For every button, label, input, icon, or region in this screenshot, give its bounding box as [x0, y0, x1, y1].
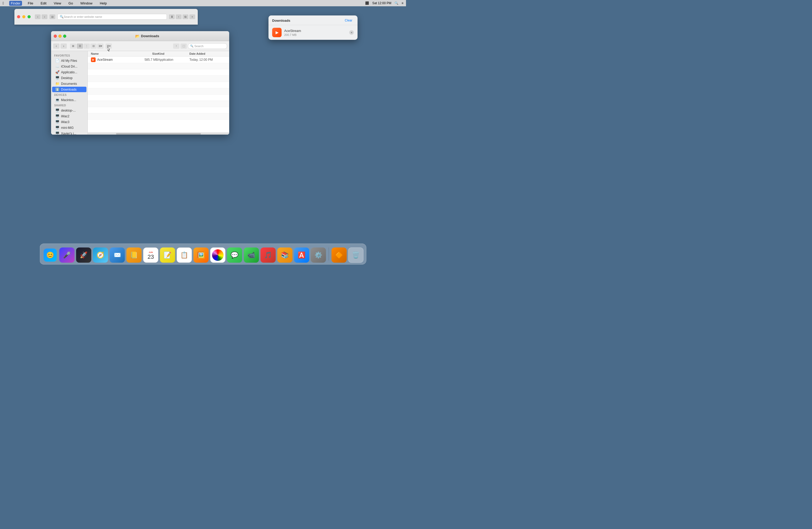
sidebar-item-all-files-label: All My Files: [61, 59, 77, 63]
menubar-help[interactable]: Help: [98, 1, 108, 6]
sidebar-item-xavier[interactable]: 🖥️ Xavier's i...: [52, 131, 86, 135]
browser-add-button[interactable]: +: [189, 14, 195, 19]
dock-item-mail[interactable]: ✉️: [110, 248, 125, 263]
finder-scrollbar-thumb[interactable]: [116, 133, 201, 135]
imac2-icon: 🖥️: [55, 114, 59, 118]
finder-gallery-view-button[interactable]: ⊟: [90, 43, 97, 49]
dock-item-contacts[interactable]: 📒: [127, 248, 142, 263]
dock-item-photos[interactable]: [210, 248, 226, 263]
sidebar-item-all-files[interactable]: 📄 All My Files: [52, 58, 86, 63]
finder-list-view-button[interactable]: ☰: [77, 43, 83, 49]
sidebar-item-desktop-shared[interactable]: 🖥️ desktop-...: [52, 108, 86, 113]
finder-scrollbar[interactable]: [88, 133, 229, 135]
dock-item-books[interactable]: 📚: [277, 248, 293, 263]
dock-item-systemprefs[interactable]: ⚙️: [311, 248, 326, 263]
dock-item-siri[interactable]: 🎤: [59, 248, 75, 263]
finder-column-view-button[interactable]: ⋮: [84, 43, 90, 49]
sidebar-item-xavier-label: Xavier's i...: [61, 132, 76, 135]
sidebar-item-desktop-shared-label: desktop-...: [61, 109, 76, 112]
finder-search-bar[interactable]: 🔍 Search: [188, 43, 227, 49]
menubar-finder[interactable]: Finder: [9, 1, 22, 6]
dock-item-safari[interactable]: 🧭: [93, 248, 108, 263]
finder-maximize-button[interactable]: [63, 34, 66, 38]
dock-item-vlc[interactable]: 🔶: [332, 248, 347, 263]
browser-minimize-button[interactable]: [22, 15, 25, 18]
col-size: Size: [132, 52, 158, 55]
downloads-item-reveal-button[interactable]: ✕: [349, 30, 354, 35]
sidebar-item-macintosh-label: Macintos...: [61, 98, 76, 102]
finder-sidebar: Favorites 📄 All My Files ☁️ iCloud Dri..…: [51, 51, 88, 135]
sidebar-item-applications[interactable]: 🚀 Applicatio...: [52, 69, 86, 75]
dock-item-facetime[interactable]: 📹: [244, 248, 259, 263]
acestream-file-icon: ▶: [91, 57, 96, 62]
browser-url-bar[interactable]: 🔍 Search or enter website name: [57, 14, 167, 20]
finder-minimize-button[interactable]: [58, 34, 61, 38]
table-row-empty-9: [88, 113, 229, 120]
dock-item-launchpad[interactable]: 🚀: [76, 248, 91, 263]
browser-back-button[interactable]: ‹: [35, 14, 41, 19]
menubar-window[interactable]: Window: [79, 1, 94, 6]
dock-item-finder[interactable]: 😊: [43, 248, 58, 263]
finder-icon-view-button[interactable]: ⊞: [70, 43, 76, 49]
menubar-controls-icon[interactable]: ≡: [402, 1, 403, 5]
sidebar-item-imac2[interactable]: 🖥️ iMac2: [52, 113, 86, 119]
sidebar-item-imac3-label: iMac3: [61, 120, 69, 124]
browser-forward-button[interactable]: ›: [42, 14, 47, 19]
file-name: ▶ AceStream: [91, 57, 132, 62]
browser-close-button[interactable]: [17, 15, 20, 18]
menubar-search-icon[interactable]: 🔍: [394, 1, 398, 5]
finder-back-button[interactable]: ‹: [53, 43, 59, 49]
documents-icon: 📁: [55, 82, 59, 86]
finder-settings-button[interactable]: ⚙▾: [105, 43, 112, 49]
menubar-time: Sat 12:00 PM: [372, 1, 391, 5]
browser-share-button[interactable]: ↑: [176, 14, 182, 19]
menubar-view[interactable]: View: [52, 1, 62, 6]
finder-toolbar: ‹ › ⊞ ☰ ⋮ ⊟ ⊞▾ ⚙▾ ↑ ⬚ 🔍 Search: [51, 41, 229, 51]
sidebar-item-minimig[interactable]: 🖥️ mini-MiG: [52, 125, 86, 130]
sidebar-item-icloud-label: iCloud Dri...: [61, 65, 77, 68]
browser-sidebar-button[interactable]: ⊟: [49, 14, 55, 19]
dock-item-trash[interactable]: 🗑️: [348, 248, 364, 263]
sidebar-item-desktop[interactable]: 🖥️ Desktop: [52, 75, 86, 80]
dock-item-music[interactable]: 🎵: [261, 248, 276, 263]
downloads-item: ▶ AceStream 200.7 MB ✕: [269, 25, 358, 40]
dock-item-messages[interactable]: 💬: [227, 248, 242, 263]
finder-content: Name Size Kind Date Added ▶ AceStream 58…: [88, 51, 229, 135]
downloads-popup-title: Downloads: [272, 19, 290, 23]
sidebar-item-imac3[interactable]: 🖥️ iMac3: [52, 119, 86, 124]
finder-group-button[interactable]: ⊞▾: [97, 43, 103, 49]
dock-item-reminders[interactable]: 📋: [177, 248, 192, 263]
table-row[interactable]: ▶ AceStream 585.7 MB Application Today, …: [88, 57, 229, 63]
table-row-empty-5: [88, 88, 229, 94]
browser-maximize-button[interactable]: [28, 15, 31, 18]
browser-url-icon: 🔍: [60, 15, 64, 19]
browser-tab-button[interactable]: ⧉: [183, 14, 188, 19]
menubar-go[interactable]: Go: [67, 1, 74, 6]
finder-title: 📂 Downloads: [68, 34, 227, 38]
sidebar-item-documents[interactable]: 📁 Documents: [52, 81, 86, 86]
dock-item-keynote[interactable]: 🖼️: [193, 248, 209, 263]
sidebar-item-applications-label: Applicatio...: [61, 71, 77, 74]
menubar-edit[interactable]: Edit: [39, 1, 48, 6]
col-kind: Kind: [158, 52, 189, 55]
finder-forward-button[interactable]: ›: [60, 43, 67, 49]
sidebar-item-downloads[interactable]: ⬇️ Downloads: [52, 87, 86, 92]
dock-item-notes[interactable]: 📝: [160, 248, 175, 263]
finder-tag-button[interactable]: ⬚: [180, 43, 187, 49]
apple-menu[interactable]: : [3, 1, 4, 5]
dock-item-calendar[interactable]: JUN 23: [143, 248, 158, 263]
sidebar-favorites-label: Favorites: [51, 53, 87, 58]
sidebar-item-desktop-label: Desktop: [61, 76, 73, 80]
dock-item-appstore[interactable]: 🅰️: [294, 248, 309, 263]
finder-table-body: ▶ AceStream 585.7 MB Application Today, …: [88, 57, 229, 133]
menubar-file[interactable]: File: [26, 1, 35, 6]
sidebar-item-macintosh[interactable]: 💻 Macintos...: [52, 97, 86, 103]
downloads-clear-button[interactable]: Clear: [343, 18, 354, 23]
finder-share-button[interactable]: ↑: [173, 43, 179, 49]
file-size: 585.7 MB: [132, 58, 158, 61]
menubar-airplay-icon[interactable]: ⬛: [365, 1, 369, 5]
sidebar-item-icloud[interactable]: ☁️ iCloud Dri...: [52, 64, 86, 69]
browser-download-button[interactable]: ⬇: [169, 14, 175, 19]
finder-close-button[interactable]: [54, 34, 57, 38]
dock-container: 😊 🎤 🚀 🧭 ✉️ 📒 JUN 23 📝: [0, 244, 406, 265]
